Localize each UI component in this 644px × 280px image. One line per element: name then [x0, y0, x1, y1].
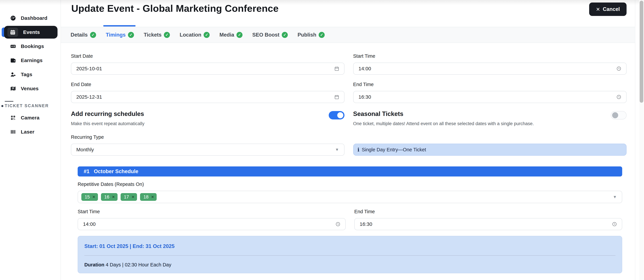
schedule-end-time-label: End Time [354, 209, 622, 214]
end-time-input[interactable]: 16:30 [353, 91, 627, 103]
clock-icon[interactable] [335, 222, 340, 227]
start-time-input[interactable]: 14:00 [353, 62, 627, 75]
recurring-type-select[interactable]: Monthly ▼ [71, 144, 344, 156]
sidebar-item-events[interactable]: Events [4, 26, 58, 38]
remove-date-icon[interactable]: ✕ [132, 195, 134, 199]
tab-publish[interactable]: Publish ✓ [298, 32, 325, 38]
duration-label: Duration [84, 262, 104, 268]
sidebar-item-label: Camera [21, 115, 40, 120]
barcode-icon [10, 128, 16, 135]
sidebar-item-laser[interactable]: Laser [0, 125, 60, 139]
sidebar-item-camera[interactable]: Camera [0, 111, 60, 125]
sidebar-item-label: Earnings [21, 58, 42, 63]
tab-details[interactable]: Details ✓ [70, 32, 96, 38]
sidebar-item-bookings[interactable]: Bookings [0, 39, 60, 53]
ticket-info-text: Single Day Entry—One Ticket [362, 147, 426, 152]
remove-date-icon[interactable]: ✕ [92, 195, 95, 199]
user-tag-icon [10, 71, 16, 78]
selected-dates: 15 ✕ 16 ✕ 17 ✕ 18 ✕ [81, 193, 613, 201]
end-time-field: End Time 16:30 [353, 82, 627, 103]
tab-seo-boost[interactable]: SEO Boost ✓ [252, 32, 288, 38]
active-accent-bar [2, 28, 6, 37]
clock-icon[interactable] [616, 66, 622, 71]
clock-icon[interactable] [616, 94, 622, 100]
sidebar-item-venues[interactable]: Venues [0, 82, 60, 96]
tab-label: Media [219, 32, 234, 38]
duration-text: 4 Days | 02:30 Hour Each Day [106, 262, 171, 268]
start-time-label: Start Time [353, 53, 627, 59]
sidebar-section-ticket-scanner: TICKET SCANNER [0, 102, 60, 109]
timings-form: Start Date 2025-10-01 Start Time 14:00 [61, 53, 635, 273]
recurring-schedules-subtitle: Make this event repeat automatically [71, 121, 329, 126]
tab-timings[interactable]: Timings ✓ [106, 32, 134, 38]
dashboard-icon [10, 15, 16, 22]
check-circle-icon: ✓ [319, 32, 325, 38]
remove-date-icon[interactable]: ✕ [151, 195, 154, 199]
date-chip-value: 15 [85, 194, 90, 200]
schedule-end-time-input[interactable]: 16:30 [354, 218, 622, 230]
end-date-value: 2025-12-31 [76, 94, 334, 100]
sidebar-item-earnings[interactable]: Earnings [0, 53, 60, 68]
vertical-scrollbar-thumb[interactable] [640, 1, 643, 103]
sidebar-item-label: Events [23, 29, 40, 35]
sidebar: Dashboard Events Bookings Earnings [0, 0, 61, 280]
start-time-field: Start Time 14:00 [353, 53, 627, 75]
calendar-icon[interactable] [334, 94, 340, 100]
schedule-start-time-value: 14:00 [83, 221, 335, 227]
recurring-schedules-title: Add recurring schedules [71, 110, 329, 118]
date-chip: 18 ✕ [140, 193, 157, 201]
tab-label: Tickets [144, 32, 162, 38]
tab-tickets[interactable]: Tickets ✓ [144, 32, 170, 38]
start-date-input[interactable]: 2025-10-01 [71, 62, 344, 75]
bullet-icon [1, 105, 3, 107]
sidebar-item-dashboard[interactable]: Dashboard [0, 11, 60, 25]
schedule-banner: #1 October Schedule [78, 166, 622, 176]
remove-date-icon[interactable]: ✕ [112, 195, 115, 199]
date-chip: 17 ✕ [120, 193, 137, 201]
date-chip: 15 ✕ [81, 193, 98, 201]
repetitive-dates-multiselect[interactable]: 15 ✕ 16 ✕ 17 ✕ 18 ✕ [78, 191, 622, 203]
seasonal-tickets-toggle[interactable] [611, 111, 626, 120]
schedule-start-time-input[interactable]: 14:00 [78, 218, 346, 230]
cancel-button-label: Cancel [603, 6, 620, 12]
vertical-scrollbar-track[interactable] [639, 0, 644, 280]
check-circle-icon: ✓ [204, 32, 210, 38]
section-label: TICKET SCANNER [5, 103, 49, 108]
cancel-button[interactable]: ✕ Cancel [589, 2, 626, 16]
end-date-input[interactable]: 2025-12-31 [71, 91, 344, 103]
chevron-down-icon: ▼ [613, 194, 617, 199]
recurring-schedules-toggle[interactable] [329, 111, 344, 120]
date-chip: 16 ✕ [101, 193, 118, 201]
page-header: Update Event - Global Marketing Conferen… [61, 0, 635, 27]
date-chip-value: 16 [104, 194, 109, 200]
tab-location[interactable]: Location ✓ [180, 32, 210, 38]
main-panel: Update Event - Global Marketing Conferen… [61, 0, 635, 280]
sidebar-item-tags[interactable]: Tags [0, 68, 60, 82]
sidebar-item-label: Bookings [21, 44, 44, 49]
ticket-info-banner: i Single Day Entry—One Ticket [353, 144, 627, 156]
tab-media[interactable]: Media ✓ [219, 32, 242, 38]
tab-label: SEO Boost [252, 32, 280, 38]
end-time-value: 16:30 [358, 94, 616, 100]
check-circle-icon: ✓ [164, 32, 170, 38]
clock-icon[interactable] [612, 222, 617, 227]
schedule-title: October Schedule [94, 168, 138, 174]
wizard-tabbar: Details ✓ Timings ✓ Tickets ✓ Location ✓… [61, 27, 635, 43]
end-time-label: End Time [353, 82, 627, 87]
tab-label: Timings [106, 32, 126, 38]
sidebar-item-label: Venues [21, 86, 38, 92]
schedule-date-range: Start: 01 Oct 2025 | End: 31 Oct 2025 [84, 243, 616, 249]
check-circle-icon: ✓ [236, 32, 242, 38]
schedule-block: #1 October Schedule Repetitive Dates (Re… [78, 166, 622, 273]
schedule-end-time-value: 16:30 [360, 221, 612, 227]
calendar-icon[interactable] [334, 66, 340, 71]
toggle-knob [612, 112, 618, 118]
sidebar-item-label: Dashboard [21, 15, 48, 21]
sidebar-item-label: Laser [21, 129, 34, 135]
app-window: Dashboard Events Bookings Earnings [0, 0, 644, 280]
recurring-type-label: Recurring Type [71, 134, 344, 140]
calendar-icon [8, 28, 18, 37]
close-icon: ✕ [596, 6, 600, 12]
check-circle-icon: ✓ [90, 32, 96, 38]
qr-code-icon [10, 114, 16, 121]
